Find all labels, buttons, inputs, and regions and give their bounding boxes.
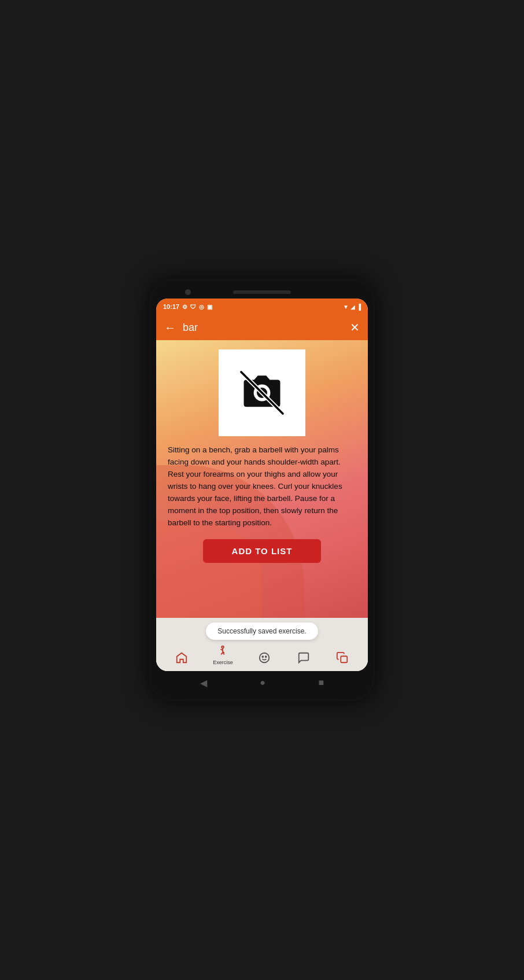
signal-icon: ◢ bbox=[350, 304, 355, 310]
exercise-detail-area: Sitting on a bench, grab a barbell with … bbox=[156, 340, 368, 618]
nav-exercise[interactable]: Exercise bbox=[213, 643, 233, 665]
nav-smiley[interactable] bbox=[257, 650, 272, 665]
back-button[interactable]: ← bbox=[164, 321, 176, 334]
main-content: Sitting on a bench, grab a barbell with … bbox=[156, 340, 368, 671]
phone-top-bar bbox=[156, 286, 368, 299]
front-camera bbox=[185, 289, 191, 295]
battery-icon: ▐ bbox=[357, 304, 361, 310]
file-icon: ▣ bbox=[207, 304, 212, 310]
chat-icon bbox=[296, 650, 311, 665]
system-recent-button[interactable]: ■ bbox=[319, 677, 324, 688]
success-toast: Successfully saved exercise. bbox=[206, 622, 318, 640]
exercise-description: Sitting on a bench, grab a barbell with … bbox=[168, 444, 356, 529]
no-camera-icon bbox=[236, 367, 288, 419]
home-icon bbox=[174, 650, 189, 665]
status-time-area: 10:17 ⚙ 🛡 ◎ ▣ bbox=[163, 303, 212, 310]
smiley-icon bbox=[257, 650, 272, 665]
nav-copy[interactable] bbox=[335, 650, 350, 665]
at-icon: ◎ bbox=[199, 304, 204, 310]
phone-screen: 10:17 ⚙ 🛡 ◎ ▣ ▼ ◢ ▐ ← bar ✕ bbox=[156, 299, 368, 671]
phone-bottom-bar: ◀ ● ■ bbox=[156, 671, 368, 694]
exercise-nav-label: Exercise bbox=[213, 660, 233, 665]
clear-search-button[interactable]: ✕ bbox=[350, 320, 360, 334]
search-query[interactable]: bar bbox=[183, 322, 343, 334]
no-image-placeholder bbox=[233, 364, 291, 422]
svg-point-4 bbox=[222, 646, 224, 649]
bottom-area: Successfully saved exercise. bbox=[156, 618, 368, 671]
exercise-icon bbox=[215, 643, 230, 658]
nav-home[interactable] bbox=[174, 650, 189, 665]
phone-device: 10:17 ⚙ 🛡 ◎ ▣ ▼ ◢ ▐ ← bar ✕ bbox=[149, 279, 375, 701]
search-bar: ← bar ✕ bbox=[156, 315, 368, 340]
svg-point-5 bbox=[260, 653, 270, 663]
svg-point-7 bbox=[265, 656, 267, 657]
nav-chat[interactable] bbox=[296, 650, 311, 665]
svg-point-6 bbox=[263, 656, 264, 657]
svg-rect-8 bbox=[341, 656, 347, 662]
gear-icon: ⚙ bbox=[182, 304, 187, 310]
speaker bbox=[233, 290, 291, 294]
toast-container: Successfully saved exercise. bbox=[156, 618, 368, 640]
copy-icon bbox=[335, 650, 350, 665]
shield-icon: 🛡 bbox=[190, 304, 196, 310]
system-back-button[interactable]: ◀ bbox=[200, 677, 207, 688]
exercise-image bbox=[219, 349, 305, 436]
system-home-button[interactable]: ● bbox=[260, 677, 265, 688]
status-bar: 10:17 ⚙ 🛡 ◎ ▣ ▼ ◢ ▐ bbox=[156, 299, 368, 315]
status-right-icons: ▼ ◢ ▐ bbox=[343, 304, 361, 310]
add-to-list-button[interactable]: ADD TO LIST bbox=[203, 539, 322, 563]
bottom-nav: Exercise bbox=[156, 640, 368, 671]
wifi-icon: ▼ bbox=[343, 304, 349, 310]
status-time: 10:17 bbox=[163, 303, 179, 310]
